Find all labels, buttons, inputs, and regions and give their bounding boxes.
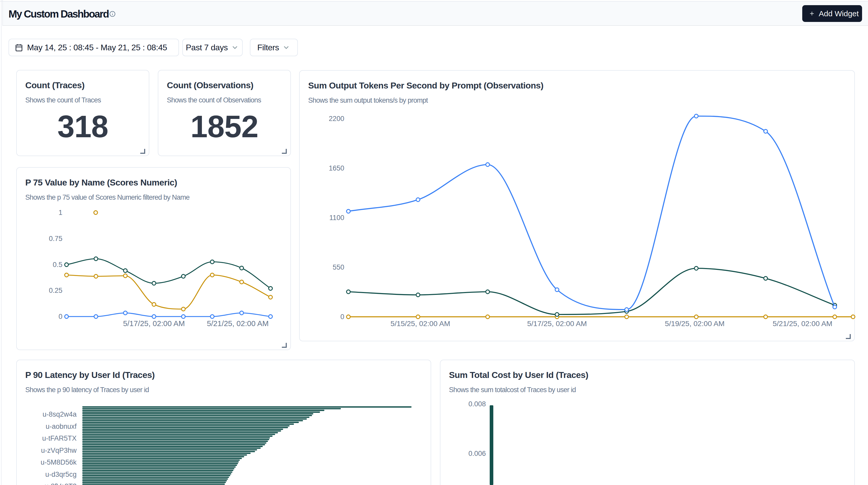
svg-text:0: 0 <box>59 313 62 321</box>
svg-text:u-8sq2w4a: u-8sq2w4a <box>42 411 77 418</box>
svg-text:5/21/25, 02:00 AM: 5/21/25, 02:00 AM <box>773 320 832 328</box>
svg-text:0: 0 <box>340 313 344 321</box>
svg-text:5/21/25, 02:00 AM: 5/21/25, 02:00 AM <box>207 319 269 328</box>
svg-text:u-zVqP3hw: u-zVqP3hw <box>41 447 77 454</box>
svg-text:2200: 2200 <box>329 115 344 123</box>
svg-text:0.25: 0.25 <box>49 286 62 294</box>
svg-text:0.75: 0.75 <box>49 235 62 243</box>
svg-text:u-8fVa9T3: u-8fVa9T3 <box>44 482 76 485</box>
svg-text:u-tFAR5TX: u-tFAR5TX <box>42 434 76 442</box>
svg-text:0.5: 0.5 <box>53 261 62 269</box>
svg-text:0.006: 0.006 <box>468 450 486 457</box>
svg-text:5/19/25, 02:00 AM: 5/19/25, 02:00 AM <box>665 320 724 328</box>
svg-text:1100: 1100 <box>329 214 344 222</box>
svg-text:5/17/25, 02:00 AM: 5/17/25, 02:00 AM <box>527 320 587 328</box>
svg-text:1650: 1650 <box>329 164 344 172</box>
svg-text:1: 1 <box>59 209 62 216</box>
svg-text:u-d3qr5cg: u-d3qr5cg <box>45 471 76 478</box>
svg-text:0.008: 0.008 <box>468 400 486 408</box>
svg-text:u-5M8D56k: u-5M8D56k <box>40 458 76 466</box>
svg-text:u-aobnuxf: u-aobnuxf <box>45 423 77 430</box>
svg-text:550: 550 <box>333 263 344 271</box>
svg-text:5/15/25, 02:00 AM: 5/15/25, 02:00 AM <box>391 320 450 328</box>
svg-text:5/17/25, 02:00 AM: 5/17/25, 02:00 AM <box>123 319 185 328</box>
